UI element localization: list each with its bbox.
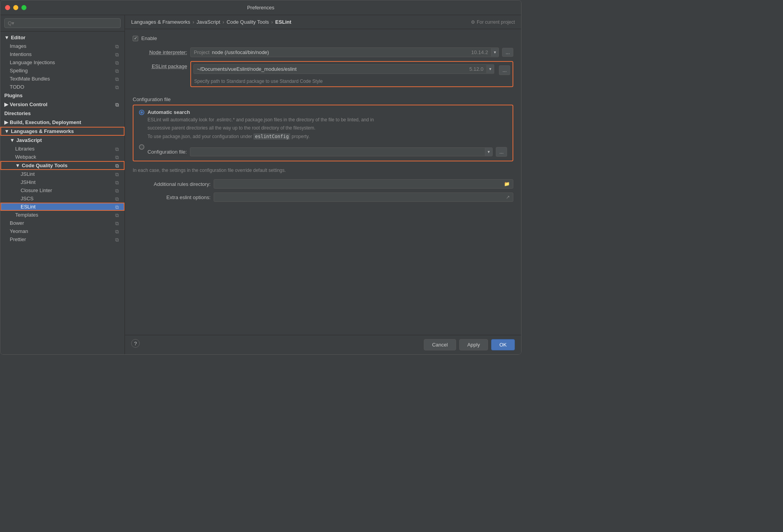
- sidebar-item-spelling[interactable]: Spelling ⧉: [0, 66, 125, 75]
- auto-search-radio-row: Automatic search ESLint will automatical…: [139, 109, 507, 140]
- sidebar-item-templates[interactable]: Templates ⧉: [0, 211, 125, 219]
- bc-sep-2: ›: [223, 19, 224, 25]
- config-file-radio-label: Configuration file:: [147, 149, 187, 155]
- sidebar-item-jslint[interactable]: JSLint ⧉: [0, 170, 125, 178]
- auto-search-desc1: ESLint will automatically look for .esli…: [147, 116, 507, 123]
- enable-checkbox[interactable]: [133, 36, 138, 41]
- config-file-browse-button[interactable]: ...: [496, 147, 507, 157]
- sidebar-item-directories[interactable]: Directories: [0, 109, 125, 118]
- sidebar-item-label: Language Injections: [10, 60, 55, 65]
- copy-icon: ⧉: [115, 60, 121, 65]
- sidebar-item-jshint[interactable]: JSHint ⧉: [0, 178, 125, 186]
- sidebar-item-label: TextMate Bundles: [10, 76, 50, 82]
- lf-triangle-icon: ▼: [4, 128, 9, 134]
- copy-icon: ⧉: [115, 229, 121, 234]
- help-button[interactable]: ?: [131, 339, 140, 348]
- sidebar-item-yeoman[interactable]: Yeoman ⧉: [0, 227, 125, 235]
- config-file-radio[interactable]: [139, 144, 144, 150]
- plugins-label: Plugins: [4, 93, 23, 98]
- sidebar: ▼ Editor Images ⧉ Intentions ⧉ Language …: [0, 15, 125, 354]
- yeoman-label: Yeoman: [10, 228, 28, 234]
- search-input[interactable]: [4, 18, 121, 28]
- eslint-package-hint: Specify path to Standard package to use …: [193, 79, 510, 84]
- eslint-package-browse-button[interactable]: ...: [499, 65, 510, 75]
- copy-icon: ⧉: [115, 196, 121, 201]
- prettier-label: Prettier: [10, 236, 26, 242]
- sidebar-item-javascript[interactable]: ▼ JavaScript: [0, 136, 125, 145]
- eslint-package-box: ~/Documents/vueEslint/node_modules/eslin…: [190, 61, 513, 87]
- additional-rules-row: Additional rules directory: 📁: [133, 179, 513, 189]
- sidebar-item-languages-frameworks[interactable]: ▼ Languages & Frameworks: [0, 127, 125, 136]
- node-version: 10.14.2: [471, 49, 488, 55]
- ok-button[interactable]: OK: [491, 339, 515, 350]
- sidebar-item-label: Editor: [11, 35, 26, 40]
- sidebar-item-build-exec-deploy[interactable]: ▶ Build, Execution, Deployment: [0, 118, 125, 127]
- extra-eslint-input[interactable]: ↗: [214, 192, 513, 202]
- eslint-pkg-arrow[interactable]: ▾: [486, 65, 494, 73]
- node-prefix: Project: [194, 49, 209, 55]
- copy-icon: ⧉: [115, 188, 121, 193]
- sidebar-item-code-quality-tools[interactable]: ▼ Code Quality Tools ⧉: [0, 161, 125, 170]
- bed-label: Build, Execution, Deployment: [10, 119, 81, 125]
- close-button[interactable]: [5, 5, 10, 10]
- bc-part-1: Languages & Frameworks: [131, 19, 190, 25]
- sidebar-item-bower[interactable]: Bower ⧉: [0, 219, 125, 227]
- config-file-dropdown-arrow[interactable]: ▾: [485, 148, 492, 156]
- copy-icon: ⧉: [115, 163, 121, 168]
- sidebar-item-eslint[interactable]: ESLint ⧉: [0, 203, 125, 211]
- minimize-button[interactable]: [13, 5, 18, 10]
- auto-search-label: Automatic search: [147, 109, 507, 115]
- cancel-button[interactable]: Cancel: [424, 339, 456, 350]
- config-file-section-label: Configuration file: [133, 96, 513, 102]
- window-title: Preferences: [247, 5, 274, 10]
- sidebar-item-libraries[interactable]: Libraries ⧉: [0, 145, 125, 153]
- bc-current: ESLint: [275, 19, 291, 25]
- auto-search-desc2: successive parent directories all the wa…: [147, 124, 507, 131]
- main-panel: Languages & Frameworks › JavaScript › Co…: [125, 15, 521, 354]
- config-file-content: Configuration file: ▾ ...: [147, 147, 507, 157]
- sidebar-item-version-control[interactable]: ▶ Version Control ⧉: [0, 100, 125, 109]
- cqt-triangle-icon: ▼: [15, 163, 20, 168]
- jshint-label: JSHint: [21, 179, 35, 185]
- copy-icon: ⧉: [115, 52, 121, 57]
- node-interpreter-row: Node interpreter: Project node (/usr/loc…: [133, 47, 513, 57]
- node-browse-button[interactable]: ...: [502, 48, 513, 57]
- sidebar-item-jscs[interactable]: JSCS ⧉: [0, 194, 125, 203]
- sidebar-item-todo[interactable]: TODO ⧉: [0, 83, 125, 91]
- sidebar-item-prettier[interactable]: Prettier ⧉: [0, 235, 125, 243]
- sidebar-item-intentions[interactable]: Intentions ⧉: [0, 50, 125, 58]
- bc-part-2: JavaScript: [197, 19, 220, 25]
- sidebar-tree: ▼ Editor Images ⧉ Intentions ⧉ Language …: [0, 32, 125, 354]
- main-content: ▼ Editor Images ⧉ Intentions ⧉ Language …: [0, 15, 521, 354]
- sidebar-item-editor[interactable]: ▼ Editor: [0, 33, 125, 42]
- auto-search-radio[interactable]: [139, 110, 144, 115]
- override-note: In each case, the settings in the config…: [133, 168, 513, 173]
- window-controls: [5, 5, 26, 10]
- extra-eslint-label: Extra eslint options:: [133, 194, 211, 200]
- copy-icon: ⧉: [115, 146, 121, 152]
- copy-icon: ⧉: [115, 102, 121, 107]
- node-combo-arrow[interactable]: ▾: [491, 48, 499, 56]
- additional-rules-input[interactable]: 📁: [214, 179, 513, 189]
- vc-label: Version Control: [10, 102, 47, 107]
- sidebar-item-images[interactable]: Images ⧉: [0, 42, 125, 50]
- sidebar-item-webpack[interactable]: Webpack ⧉: [0, 153, 125, 161]
- apply-button[interactable]: Apply: [459, 339, 488, 350]
- vc-triangle-icon: ▶: [4, 102, 8, 107]
- copy-icon: ⧉: [115, 212, 121, 218]
- copy-icon: ⧉: [115, 237, 121, 242]
- sidebar-item-closure-linter[interactable]: Closure Linter ⧉: [0, 186, 125, 194]
- eslint-version: 5.12.0: [466, 65, 486, 74]
- maximize-button[interactable]: [21, 5, 26, 10]
- sidebar-item-language-injections[interactable]: Language Injections ⧉: [0, 58, 125, 66]
- extra-eslint-row: Extra eslint options: ↗: [133, 192, 513, 202]
- jscs-label: JSCS: [21, 196, 33, 201]
- sidebar-item-textmate-bundles[interactable]: TextMate Bundles ⧉: [0, 75, 125, 83]
- titlebar: Preferences: [0, 0, 521, 15]
- bottom-left: ?: [131, 339, 140, 350]
- webpack-label: Webpack: [15, 154, 36, 160]
- breadcrumb: Languages & Frameworks › JavaScript › Co…: [125, 15, 521, 29]
- node-interpreter-combo: Project node (/usr/local/bin/node) 10.14…: [190, 47, 499, 57]
- sidebar-item-plugins[interactable]: Plugins: [0, 91, 125, 100]
- bc-part-3: Code Quality Tools: [226, 19, 269, 25]
